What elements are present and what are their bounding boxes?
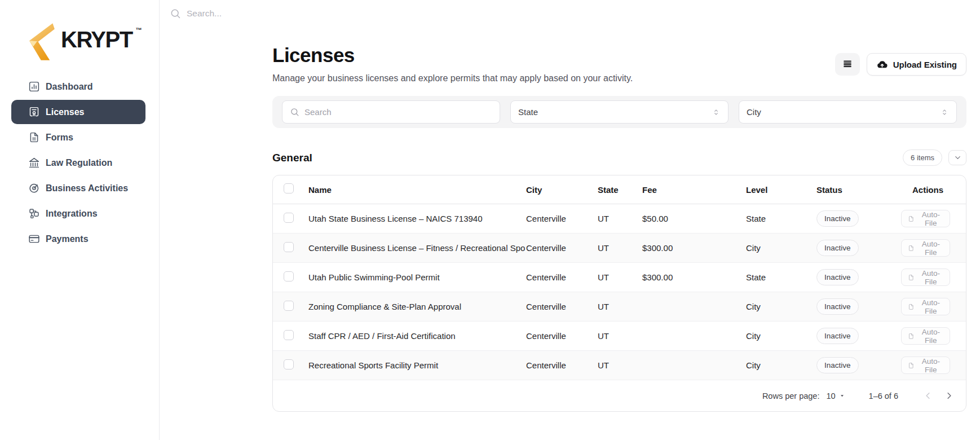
previous-page-button[interactable] xyxy=(920,388,935,404)
integrations-icon xyxy=(28,208,40,219)
license-level: State xyxy=(746,214,816,223)
chevron-right-icon xyxy=(944,390,955,401)
license-city: Centerville xyxy=(526,243,598,253)
status-badge: Inactive xyxy=(816,298,859,315)
rows-per-page-select[interactable]: 10 xyxy=(826,391,845,401)
table-row: Utah State Business License – NAICS 7139… xyxy=(273,204,966,234)
auto-file-button[interactable]: Auto-File xyxy=(901,239,950,257)
row-checkbox[interactable] xyxy=(284,330,294,340)
chevron-up-down-icon xyxy=(940,108,949,117)
row-checkbox[interactable] xyxy=(284,213,294,223)
status-badge: Inactive xyxy=(816,269,859,285)
sidebar-item-dashboard[interactable]: Dashboard xyxy=(11,74,145,99)
sidebar-item-label: Business Activities xyxy=(46,183,128,193)
file-icon xyxy=(908,303,915,311)
auto-file-button[interactable]: Auto-File xyxy=(901,269,950,286)
row-checkbox[interactable] xyxy=(284,301,294,311)
cloud-upload-icon xyxy=(876,59,888,71)
section-header: General 6 items xyxy=(272,149,966,166)
license-state: UT xyxy=(598,360,642,370)
state-select-value: State xyxy=(518,107,538,117)
sidebar-item-label: Law Regulation xyxy=(46,158,112,168)
license-city: Centerville xyxy=(526,272,598,282)
select-all-checkbox[interactable] xyxy=(284,183,294,193)
sidebar-item-business-activities[interactable]: Business Activities xyxy=(11,176,145,200)
sidebar-item-licenses[interactable]: Licenses xyxy=(11,100,145,124)
sidebar-item-forms[interactable]: Forms xyxy=(11,125,145,149)
licenses-icon xyxy=(28,106,40,118)
license-name: Staff CPR / AED / First-Aid Certificatio… xyxy=(308,331,526,341)
app-window: KRYPT ™ Dashboard Licenses Forms xyxy=(0,0,980,440)
dashboard-icon xyxy=(28,81,40,93)
auto-file-button[interactable]: Auto-File xyxy=(901,327,950,345)
sidebar-item-integrations[interactable]: Integrations xyxy=(11,201,145,226)
license-name: Utah Public Swimming-Pool Permit xyxy=(308,272,526,282)
license-city: Centerville xyxy=(526,214,598,223)
file-icon xyxy=(908,362,915,369)
chevron-up-down-icon xyxy=(712,108,721,117)
status-badge: Inactive xyxy=(816,210,859,227)
pagination-range: 1–6 of 6 xyxy=(869,391,898,401)
license-level: City xyxy=(746,360,816,370)
list-icon xyxy=(842,59,853,70)
auto-file-button[interactable]: Auto-File xyxy=(901,357,950,374)
file-icon xyxy=(908,274,915,281)
file-icon xyxy=(908,244,915,252)
license-level: City xyxy=(746,243,816,253)
row-checkbox[interactable] xyxy=(284,242,294,252)
law-regulation-icon xyxy=(28,157,40,169)
auto-file-button[interactable]: Auto-File xyxy=(901,210,950,227)
brand-name: KRYPT xyxy=(61,21,133,58)
section-title: General xyxy=(272,152,312,164)
payments-icon xyxy=(28,233,40,245)
auto-file-label: Auto-File xyxy=(919,357,943,374)
table-search-input[interactable] xyxy=(304,107,492,117)
license-name: Centerville Business License – Fitness /… xyxy=(308,243,526,253)
auto-file-label: Auto-File xyxy=(919,210,943,227)
license-name: Utah State Business License – NAICS 7139… xyxy=(308,214,526,223)
table-row: Utah Public Swimming-Pool Permit Centerv… xyxy=(273,263,966,292)
list-view-button[interactable] xyxy=(835,53,860,76)
auto-file-label: Auto-File xyxy=(919,298,943,315)
table-row: Staff CPR / AED / First-Aid Certificatio… xyxy=(273,322,966,351)
license-level: City xyxy=(746,331,816,341)
sidebar: KRYPT ™ Dashboard Licenses Forms xyxy=(0,0,160,440)
license-fee: $50.00 xyxy=(642,214,746,223)
auto-file-button[interactable]: Auto-File xyxy=(901,298,950,315)
caret-down-icon xyxy=(839,393,845,399)
column-header-actions: Actions xyxy=(912,185,943,195)
upload-existing-button[interactable]: Upload Existing xyxy=(867,53,966,76)
chevron-left-icon xyxy=(922,390,933,401)
section-collapse-button[interactable] xyxy=(948,150,966,165)
column-header-status: Status xyxy=(816,185,901,195)
brand-logo[interactable]: KRYPT ™ xyxy=(23,21,159,62)
file-icon xyxy=(908,215,915,223)
auto-file-label: Auto-File xyxy=(919,240,943,257)
license-state: UT xyxy=(598,214,642,223)
sidebar-item-label: Integrations xyxy=(46,209,98,219)
city-select-value: City xyxy=(747,107,761,117)
next-page-button[interactable] xyxy=(941,388,957,404)
table-row: Zoning Compliance & Site-Plan Approval C… xyxy=(273,292,966,322)
business-activities-icon xyxy=(28,182,40,194)
rows-per-page-label: Rows per page: xyxy=(762,391,820,401)
page-content: Licenses Manage your business licenses a… xyxy=(160,27,980,412)
sidebar-item-law-regulation[interactable]: Law Regulation xyxy=(11,151,145,175)
column-header-state: State xyxy=(598,185,642,195)
license-fee: $300.00 xyxy=(642,243,746,253)
status-badge: Inactive xyxy=(816,240,859,256)
license-name: Recreational Sports Facility Permit xyxy=(308,360,526,370)
row-checkbox[interactable] xyxy=(284,359,294,369)
rows-per-page-value: 10 xyxy=(826,391,835,401)
table-search-field[interactable] xyxy=(282,100,500,124)
page-subtitle: Manage your business licenses and explor… xyxy=(272,73,633,83)
state-select[interactable]: State xyxy=(510,100,729,124)
sidebar-item-payments[interactable]: Payments xyxy=(11,227,145,251)
row-checkbox[interactable] xyxy=(284,271,294,281)
table-row: Centerville Business License – Fitness /… xyxy=(273,234,966,263)
filter-bar: State City xyxy=(272,96,966,128)
header-actions: Upload Existing xyxy=(835,53,966,83)
page-header: Licenses Manage your business licenses a… xyxy=(272,44,966,83)
city-select[interactable]: City xyxy=(739,100,957,124)
global-search-input[interactable] xyxy=(187,8,356,19)
